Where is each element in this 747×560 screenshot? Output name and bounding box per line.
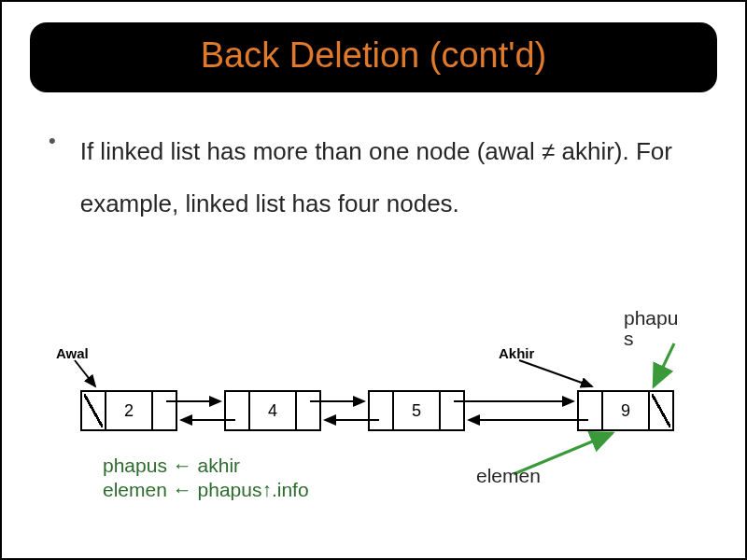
svg-line-1 — [519, 360, 592, 386]
code-line-2: elemen ← phapus↑.info — [103, 478, 309, 502]
bullet-paragraph: If linked list has more than one node (a… — [80, 126, 708, 231]
phapus-pointer-label: phapu s — [624, 308, 678, 349]
diagram-arrows — [56, 345, 695, 457]
body-text: • If linked list has more than one node … — [2, 126, 745, 231]
svg-line-8 — [654, 343, 674, 386]
phapus-line1: phapu — [624, 307, 678, 329]
elemen-label: elemen — [476, 465, 541, 487]
slide-title-bar: Back Deletion (cont'd) — [30, 22, 717, 92]
linked-list-diagram: Awal Akhir 2 4 5 9 — [56, 345, 695, 457]
slide-title: Back Deletion (cont'd) — [201, 35, 547, 75]
bullet-dot: • — [49, 130, 56, 152]
pseudocode-block: phapus ← akhir elemen ← phapus↑.info — [103, 454, 309, 503]
svg-line-0 — [75, 360, 95, 386]
code-line-1: phapus ← akhir — [103, 454, 309, 478]
